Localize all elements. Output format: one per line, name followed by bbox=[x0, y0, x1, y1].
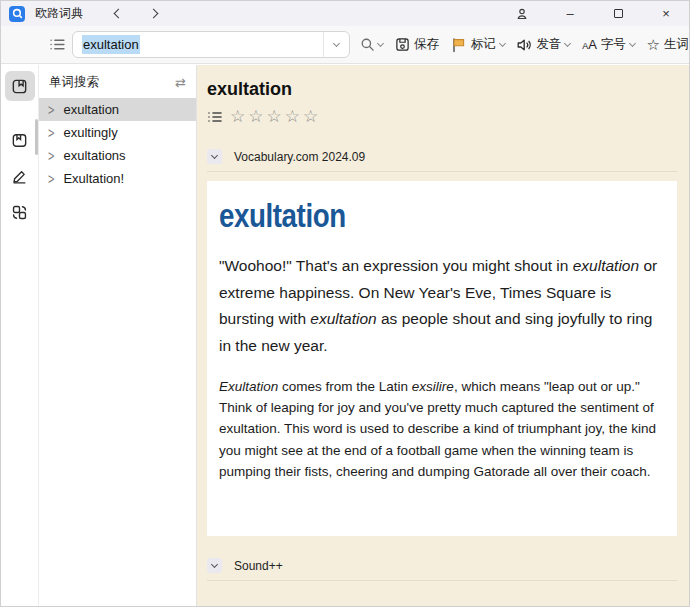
chevron-down-icon bbox=[564, 40, 571, 47]
mark-label: 标记 bbox=[471, 36, 496, 53]
word-search-panel: 单词搜索 ⇄ > exultation > exultingly > exult… bbox=[39, 65, 197, 606]
back-icon[interactable] bbox=[114, 9, 124, 19]
star-icon: ☆ bbox=[647, 37, 660, 52]
flag-icon bbox=[451, 37, 467, 53]
user-account-icon[interactable] bbox=[513, 5, 531, 23]
definition-list-icon[interactable] bbox=[207, 109, 223, 125]
pronounce-label: 发音 bbox=[536, 36, 561, 53]
chevron-right-icon: > bbox=[48, 171, 54, 186]
star-icon[interactable]: ☆ bbox=[267, 108, 282, 125]
section-header-soundpp[interactable]: Sound++ bbox=[207, 558, 677, 573]
word-list-label: exultingly bbox=[63, 125, 117, 140]
vocabulary-card: exultation "Woohoo!" That's an expressio… bbox=[207, 181, 677, 536]
star-icon[interactable]: ☆ bbox=[285, 108, 300, 125]
word-list-item[interactable]: > exultation bbox=[39, 98, 196, 121]
mark-button[interactable]: 标记 bbox=[451, 36, 505, 53]
save-label: 保存 bbox=[414, 36, 439, 53]
close-button[interactable]: × bbox=[657, 5, 675, 23]
chevron-down-icon bbox=[377, 40, 384, 47]
titlebar: 欧路词典 – × bbox=[1, 1, 689, 26]
save-button[interactable]: 保存 bbox=[395, 36, 439, 53]
rating-row: ☆ ☆ ☆ ☆ ☆ bbox=[207, 108, 677, 125]
headword: exultation bbox=[207, 79, 677, 100]
word-panel-header: 单词搜索 ⇄ bbox=[39, 74, 196, 98]
swap-sort-icon[interactable]: ⇄ bbox=[175, 76, 186, 89]
chevron-down-icon bbox=[211, 152, 218, 159]
history-list-icon[interactable] bbox=[49, 36, 66, 53]
word-list-item[interactable]: > exultingly bbox=[39, 121, 196, 144]
section-divider bbox=[207, 580, 677, 581]
definition-paragraph-1: "Woohoo!" That's an expression you might… bbox=[219, 253, 665, 360]
definition-paragraph-2: Exultation comes from the Latin exsilire… bbox=[219, 376, 665, 483]
new-word-label: 生词 bbox=[664, 36, 689, 53]
card-headword-logo: exultation bbox=[219, 197, 346, 235]
chevron-down-icon bbox=[211, 561, 218, 568]
maximize-icon bbox=[614, 9, 623, 18]
forward-icon[interactable] bbox=[149, 9, 159, 19]
star-icon[interactable]: ☆ bbox=[230, 108, 245, 125]
word-panel-title: 单词搜索 bbox=[49, 74, 99, 91]
word-list-label: Exultation! bbox=[63, 171, 124, 186]
new-word-button[interactable]: ☆ 生词 bbox=[647, 36, 689, 53]
word-list-item[interactable]: > Exultation! bbox=[39, 167, 196, 190]
word-list-item[interactable]: > exultations bbox=[39, 144, 196, 167]
eudic-dictionary-window: 欧路词典 – × exultation bbox=[0, 0, 690, 607]
word-list-label: exultation bbox=[63, 102, 119, 117]
floppy-save-icon bbox=[395, 37, 410, 52]
window-body: 单词搜索 ⇄ > exultation > exultingly > exult… bbox=[1, 65, 689, 606]
app-logo-icon bbox=[9, 6, 25, 22]
chevron-down-icon bbox=[629, 40, 636, 47]
section-title: Sound++ bbox=[234, 559, 283, 573]
search-value: exultation bbox=[73, 37, 323, 52]
chevron-down-icon bbox=[333, 40, 340, 47]
collapse-toggle[interactable] bbox=[207, 558, 222, 573]
section-header-vocabulary[interactable]: Vocabulary.com 2024.09 bbox=[207, 149, 677, 164]
section-title: Vocabulary.com 2024.09 bbox=[234, 150, 365, 164]
speaker-icon bbox=[516, 37, 532, 53]
search-dropdown-button[interactable] bbox=[323, 32, 349, 57]
chevron-down-icon bbox=[499, 40, 506, 47]
chevron-right-icon: > bbox=[48, 148, 54, 163]
font-size-icon: AA bbox=[582, 38, 597, 51]
font-size-button[interactable]: AA 字号 bbox=[582, 36, 635, 53]
word-list-label: exultations bbox=[63, 148, 125, 163]
maximize-button[interactable] bbox=[609, 5, 627, 23]
section-divider bbox=[207, 171, 677, 172]
minimize-button[interactable]: – bbox=[561, 5, 579, 23]
star-rating: ☆ ☆ ☆ ☆ ☆ bbox=[230, 108, 318, 125]
chevron-right-icon: > bbox=[48, 125, 54, 140]
search-input[interactable]: exultation bbox=[72, 31, 350, 58]
font-size-label: 字号 bbox=[601, 36, 626, 53]
star-icon[interactable]: ☆ bbox=[303, 108, 318, 125]
toolbar: exultation 保存 标记 bbox=[1, 26, 689, 64]
collapse-toggle[interactable] bbox=[207, 149, 222, 164]
pronounce-button[interactable]: 发音 bbox=[516, 36, 570, 53]
definition-area: exultation ☆ ☆ ☆ ☆ ☆ Vocabulary.com 2024… bbox=[197, 65, 689, 606]
scrollbar-thumb[interactable] bbox=[35, 119, 38, 155]
sidebar-item-notes[interactable] bbox=[5, 161, 35, 191]
sidebar-item-dictionary[interactable] bbox=[5, 71, 35, 101]
sidebar-item-study[interactable] bbox=[5, 125, 35, 155]
app-title: 欧路词典 bbox=[35, 5, 83, 22]
sidebar-item-sync[interactable] bbox=[5, 197, 35, 227]
star-icon[interactable]: ☆ bbox=[248, 108, 263, 125]
icon-sidebar bbox=[1, 65, 39, 606]
magnifier-icon bbox=[360, 37, 375, 52]
lookup-button[interactable] bbox=[360, 37, 383, 52]
chevron-right-icon: > bbox=[48, 102, 54, 117]
